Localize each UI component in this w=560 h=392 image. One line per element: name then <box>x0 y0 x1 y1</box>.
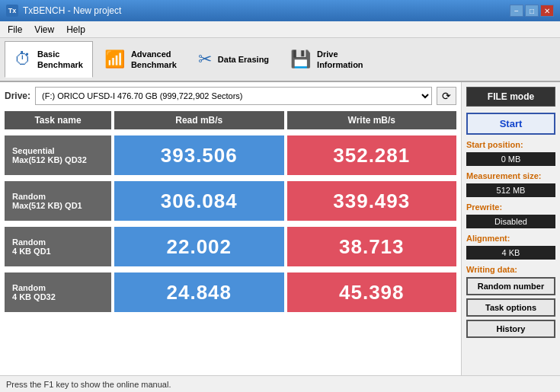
title-bar-controls: − □ ✕ <box>510 5 554 17</box>
menu-file[interactable]: File <box>3 24 27 36</box>
measurement-size-value: 512 MB <box>466 183 555 197</box>
row2-label: RandomMax(512 KB) QD1 <box>5 181 111 221</box>
basic-benchmark-icon: ⏱ <box>14 49 31 69</box>
table-row: Random4 KB QD1 22.002 38.713 <box>5 227 456 266</box>
advanced-benchmark-icon: 📶 <box>104 49 125 69</box>
row3-read: 22.002 <box>114 227 284 266</box>
task-options-button[interactable]: Task options <box>466 298 555 317</box>
row4-read: 24.848 <box>114 272 284 312</box>
drive-info-icon: 💾 <box>290 49 311 69</box>
table-row: Random4 KB QD32 24.848 45.398 <box>5 272 456 312</box>
row4-write: 45.398 <box>287 272 457 312</box>
main-content: Drive: (F:) ORICO UFSD-I 476.70 GB (999,… <box>0 82 560 375</box>
menu-help[interactable]: Help <box>62 24 90 36</box>
file-mode-button[interactable]: FILE mode <box>466 87 555 107</box>
table-row: RandomMax(512 KB) QD1 306.084 339.493 <box>5 181 456 221</box>
writing-data-label: Writing data: <box>466 265 555 274</box>
window-title: TxBENCH - New project <box>23 5 121 16</box>
left-panel: Drive: (F:) ORICO UFSD-I 476.70 GB (999,… <box>0 82 461 375</box>
menu-view[interactable]: View <box>30 24 59 36</box>
measurement-size-label: Measurement size: <box>466 171 555 180</box>
right-panel: FILE mode Start Start position: 0 MB Mea… <box>461 82 560 375</box>
writing-data-button[interactable]: Random number <box>466 277 555 295</box>
row3-label: Random4 KB QD1 <box>5 227 111 266</box>
col-read-header: Read mB/s <box>114 111 284 129</box>
menu-bar: File View Help <box>0 21 560 38</box>
minimize-button[interactable]: − <box>510 5 523 17</box>
tab-advanced-label: AdvancedBenchmark <box>131 49 177 71</box>
row4-label: Random4 KB QD32 <box>5 272 111 312</box>
start-position-value: 0 MB <box>466 152 555 166</box>
row3-write: 38.713 <box>287 227 457 266</box>
row1-write: 352.281 <box>287 135 457 175</box>
alignment-label: Alignment: <box>466 234 555 243</box>
tab-basic-benchmark[interactable]: ⏱ BasicBenchmark <box>5 41 93 78</box>
tab-erasing-label: Data Erasing <box>218 54 269 65</box>
start-position-label: Start position: <box>466 140 555 149</box>
tab-drive-information[interactable]: 💾 DriveInformation <box>280 41 373 78</box>
row2-read: 306.084 <box>114 181 284 221</box>
tab-drive-info-label: DriveInformation <box>317 49 363 71</box>
table-header: Task name Read mB/s Write mB/s <box>5 111 456 129</box>
row1-read: 393.506 <box>114 135 284 175</box>
drive-row: Drive: (F:) ORICO UFSD-I 476.70 GB (999,… <box>5 87 456 105</box>
row2-write: 339.493 <box>287 181 457 221</box>
drive-refresh-button[interactable]: ⟳ <box>437 87 456 105</box>
status-message: Press the F1 key to show the online manu… <box>6 380 171 389</box>
start-button[interactable]: Start <box>466 113 555 135</box>
prewrite-label: Prewrite: <box>466 202 555 212</box>
prewrite-value: Disabled <box>466 215 555 228</box>
data-erasing-icon: ✂ <box>198 49 212 69</box>
row1-label: SequentialMax(512 KB) QD32 <box>5 135 111 175</box>
alignment-value: 4 KB <box>466 246 555 260</box>
maximize-button[interactable]: □ <box>525 5 539 17</box>
col-task-header: Task name <box>5 111 111 129</box>
status-bar: Press the F1 key to show the online manu… <box>0 375 560 392</box>
history-button[interactable]: History <box>466 320 555 338</box>
title-bar: Tx TxBENCH - New project − □ ✕ <box>0 0 560 21</box>
app-icon: Tx <box>6 5 18 17</box>
tab-basic-label: BasicBenchmark <box>37 49 83 71</box>
title-bar-left: Tx TxBENCH - New project <box>6 5 121 17</box>
tab-advanced-benchmark[interactable]: 📶 AdvancedBenchmark <box>94 41 187 78</box>
table-row: SequentialMax(512 KB) QD32 393.506 352.2… <box>5 135 456 175</box>
refresh-icon: ⟳ <box>442 90 451 102</box>
drive-label: Drive: <box>5 91 30 101</box>
tab-data-erasing[interactable]: ✂ Data Erasing <box>188 41 279 78</box>
close-button[interactable]: ✕ <box>540 5 554 17</box>
col-write-header: Write mB/s <box>287 111 457 129</box>
toolbar: ⏱ BasicBenchmark 📶 AdvancedBenchmark ✂ D… <box>0 38 560 82</box>
drive-select[interactable]: (F:) ORICO UFSD-I 476.70 GB (999,722,902… <box>35 87 432 105</box>
